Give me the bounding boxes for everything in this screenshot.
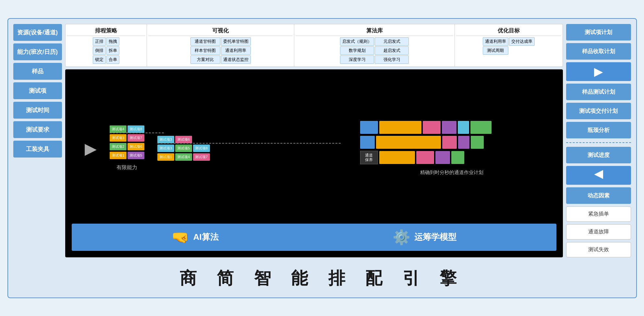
ai-icon: 🤜 [172, 229, 189, 246]
sidebar-item-testreq: 测试要求 [13, 121, 62, 138]
right-sidebar: 测试项计划 样品收取计划 ▶ 样品测试计划 测试项交付计划 瓶颈分析 测试进度 … [566, 24, 631, 257]
gantt-right: 测试项3 测试项6 测试项3 测试项5 测试项8 测试项1 测试项4 [157, 136, 341, 161]
canvas-content: ▶ 测试项4 测试项8 测试项3 测试项7 [72, 76, 556, 221]
sched-tag-2: 倒排 [93, 46, 106, 55]
gantt-block: 测试项4 [110, 125, 127, 133]
gantt-block: 测试项2 [110, 143, 127, 150]
ai-algorithm: 🤜 AI算法 [172, 229, 219, 246]
gantt-block: 测试项7 [128, 134, 144, 142]
optimize-title: 优化目标 [456, 26, 561, 36]
ops-icon: ⚙️ [393, 229, 410, 246]
ch-block [442, 121, 456, 134]
channel-row-1 [360, 121, 543, 134]
bottom-bar: 🤜 AI算法 ⚙️ 运筹学模型 [72, 224, 556, 251]
ch-block [458, 136, 469, 149]
channel-label: 精确到时分秒的通道作业计划 [360, 170, 543, 176]
sched-tag-0: 正排 [93, 37, 106, 46]
header-row: 排程策略 正排 拖拽 倒排 拆单 锁定 合单 可视化 通道甘特图 委 [65, 24, 563, 67]
gantt-right-row-3: 测试项1 测试项4 测试项7 [157, 153, 341, 161]
ch-block [458, 121, 469, 134]
right-divider [566, 142, 631, 143]
channel-row-3: 通道保养 [360, 151, 543, 164]
ch-block [360, 121, 378, 134]
ch-block [442, 136, 457, 149]
center-area: 排程策略 正排 拖拽 倒排 拆单 锁定 合单 可视化 通道甘特图 委 [65, 24, 563, 257]
right-item-8: 通道故障 [566, 224, 631, 240]
canvas-area: ▶ 测试项4 测试项8 测试项3 测试项7 [65, 69, 563, 257]
vis-tag-2: 样本甘特图 [190, 46, 220, 55]
right-item-3: 测试项交付计划 [566, 103, 631, 119]
vis-tag-5: 通道状态监控 [221, 55, 251, 64]
opt-tag-1: 交付达成率 [509, 37, 535, 46]
sidebar-item-testtime: 测试时间 [13, 102, 62, 119]
sidebar-item-testitem: 测试项 [13, 82, 62, 99]
main-container: 资源(设备/通道) 能力(班次/日历) 样品 测试项 测试时间 测试要求 工装夹… [7, 18, 637, 298]
channel-area: 通道保养 精确到时分秒的通道作业计划 [354, 121, 543, 176]
gantt-block: 测试项3 [157, 136, 174, 143]
gantt-block: 测试项5 [175, 145, 192, 152]
gantt-right-row-1: 测试项3 测试项6 [157, 136, 341, 143]
right-arrow-down: ▶ [566, 62, 631, 81]
canvas-arrow-icon: ▶ [85, 139, 97, 158]
left-sidebar: 资源(设备/通道) 能力(班次/日历) 样品 测试项 测试时间 测试要求 工装夹… [13, 24, 62, 257]
opt-tag-2: 测试周期 [483, 46, 508, 55]
right-item-2: 样品测试计划 [566, 84, 631, 100]
gantt-block: 测试项3 [157, 145, 174, 152]
col-visual: 可视化 通道甘特图 委托单甘特图 样本甘特图 通道利用率 方案对比 通道状态监控 [147, 24, 294, 66]
alg-tag-5: 强化学习 [375, 55, 409, 64]
right-item-0: 测试项计划 [566, 24, 631, 41]
vis-tag-4: 方案对比 [190, 55, 220, 64]
gantt-left-label: 有限能力 [110, 164, 144, 171]
vis-tag-3: 通道利用率 [221, 46, 251, 55]
col-optimize: 优化目标 通道利用率 交付达成率 测试周期 [455, 24, 563, 66]
sched-tag-5: 合单 [106, 55, 119, 64]
ch-block [470, 121, 492, 134]
main-title: 商 简 智 能 排 配 引 擎 [13, 261, 631, 292]
gantt-block: 测试项1 [157, 153, 174, 161]
ch-block [435, 151, 450, 164]
sidebar-item-sample: 样品 [13, 63, 62, 80]
alg-tag-2: 数学规划 [340, 46, 374, 55]
right-item-6: 动态因素 [566, 187, 631, 204]
ch-block [451, 151, 464, 164]
ai-label: AI算法 [193, 231, 219, 243]
opt-tag-0: 通道利用率 [483, 37, 508, 46]
gantt-right-row-2: 测试项3 测试项5 测试项8 [157, 145, 341, 152]
vis-tag-1: 委托单甘特图 [221, 37, 251, 46]
ch-block [416, 151, 434, 164]
gantt-block: 测试项8 [128, 125, 144, 133]
col-algorithm: 算法库 启发式（规则） 元启发式 数学规划 超启发式 深度学习 强化学习 [294, 24, 455, 66]
gantt-left: 测试项4 测试项8 测试项3 测试项7 测试项2 测试项6 [110, 125, 144, 171]
algorithm-title: 算法库 [296, 26, 453, 36]
alg-tag-0: 启发式（规则） [340, 37, 374, 46]
sidebar-item-capacity: 能力(班次/日历) [13, 43, 62, 60]
sched-tag-1: 拖拽 [106, 37, 119, 46]
gantt-row-3: 测试项2 测试项6 [110, 143, 144, 150]
scheduling-title: 排程策略 [67, 26, 146, 36]
channel-row-2 [360, 136, 543, 149]
sched-tag-4: 锁定 [93, 55, 106, 64]
ch-block [360, 136, 375, 149]
gantt-block: 测试项6 [128, 143, 144, 150]
channel-maintenance-label: 通道保养 [360, 151, 378, 164]
top-section: 资源(设备/通道) 能力(班次/日历) 样品 测试项 测试时间 测试要求 工装夹… [13, 24, 631, 257]
visual-title: 可视化 [148, 26, 293, 36]
ops-label: 运筹学模型 [414, 231, 456, 243]
sched-tag-3: 拆单 [106, 46, 119, 55]
sidebar-item-fixture: 工装夹具 [13, 141, 62, 158]
sidebar-item-resource: 资源(设备/通道) [13, 24, 62, 41]
gantt-row-1: 测试项4 测试项8 [110, 125, 144, 133]
gantt-block: 测试项3 [110, 134, 127, 142]
vis-tag-0: 通道甘特图 [190, 37, 220, 46]
alg-tag-4: 深度学习 [340, 55, 374, 64]
gantt-block: 测试项7 [193, 153, 210, 161]
ch-block [379, 151, 415, 164]
alg-tag-1: 元启发式 [375, 37, 409, 46]
right-item-1: 样品收取计划 [566, 43, 631, 60]
gantt-block: 测试项5 [128, 152, 144, 159]
gantt-block: 测试项8 [193, 145, 210, 152]
right-item-9: 测试失效 [566, 242, 631, 257]
ch-block [379, 121, 421, 134]
right-item-5: 测试进度 [566, 147, 631, 163]
col-scheduling: 排程策略 正排 拖拽 倒排 拆单 锁定 合单 [66, 24, 147, 66]
